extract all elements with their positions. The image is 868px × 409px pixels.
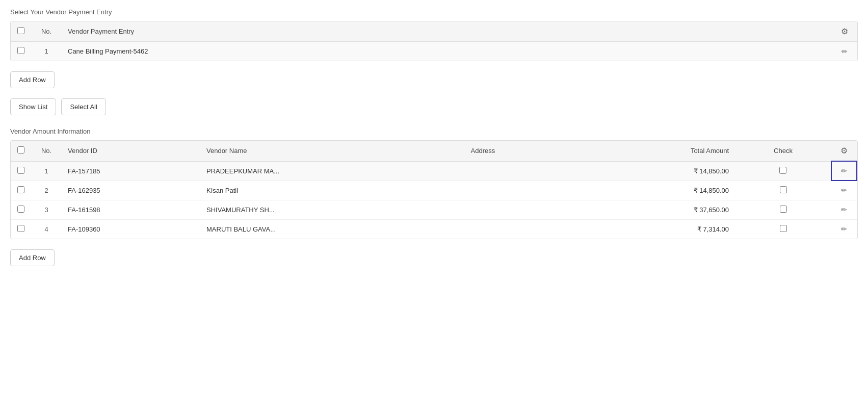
va-row-vendor-id: FA-162935: [62, 181, 200, 200]
show-list-button[interactable]: Show List: [10, 98, 56, 115]
va-row-check-cell: [735, 181, 831, 200]
va-row-vendor-name: MARUTI BALU GAVA...: [200, 219, 465, 239]
va-table-row: 1 FA-157185 PRADEEPKUMAR MA... ₹ 14,850.…: [11, 161, 857, 181]
va-row-vendor-id: FA-109360: [62, 219, 200, 239]
va-row-no: 1: [31, 161, 62, 181]
va-table-row: 2 FA-162935 KIsan Patil ₹ 14,850.00 ✏: [11, 181, 857, 200]
va-row-checkbox[interactable]: [17, 225, 24, 232]
va-row-check-cell: [735, 219, 831, 239]
top-col-checkbox: [11, 21, 31, 42]
top-col-gear: ⚙: [832, 21, 857, 42]
top-row-checkbox[interactable]: [17, 47, 24, 54]
va-row-check-cell: [735, 161, 831, 181]
top-col-entry: Vendor Payment Entry: [62, 21, 832, 42]
va-col-vendor-name: Vendor Name: [200, 141, 465, 161]
top-row-entry: Cane Billing Payment-5462: [62, 42, 832, 61]
va-row-checkbox[interactable]: [17, 186, 24, 193]
va-row-checkbox[interactable]: [17, 167, 24, 174]
va-row-checkbox-cell: [11, 161, 31, 181]
bottom-add-row-button[interactable]: Add Row: [10, 249, 55, 266]
vendor-amount-table: No. Vendor ID Vendor Name Address Total …: [11, 141, 857, 239]
va-row-check[interactable]: [780, 225, 787, 232]
va-row-no: 3: [31, 200, 62, 219]
va-gear-icon[interactable]: ⚙: [840, 146, 848, 155]
va-row-vendor-name: KIsan Patil: [200, 181, 465, 200]
va-row-checkbox-cell: [11, 200, 31, 219]
va-table-row: 3 FA-161598 SHIVAMURATHY SH... ₹ 37,650.…: [11, 200, 857, 219]
top-add-row-button[interactable]: Add Row: [10, 71, 55, 88]
va-row-checkbox-cell: [11, 181, 31, 200]
va-row-vendor-name: SHIVAMURATHY SH...: [200, 200, 465, 219]
top-gear-icon[interactable]: ⚙: [841, 27, 848, 36]
va-row-edit-icon[interactable]: ✏: [841, 186, 847, 194]
va-row-check[interactable]: [780, 186, 787, 193]
va-row-edit-cell: ✏: [831, 161, 857, 181]
bottom-section-title: Vendor Amount Information: [10, 127, 858, 135]
action-buttons: Show List Select All: [10, 98, 858, 115]
vendor-payment-table: No. Vendor Payment Entry ⚙ 1 Cane Billin…: [11, 21, 857, 61]
va-row-address: [465, 181, 578, 200]
va-row-edit-cell: ✏: [831, 200, 857, 219]
va-col-total-amount: Total Amount: [578, 141, 735, 161]
va-row-no: 2: [31, 181, 62, 200]
top-row-edit-icon[interactable]: ✏: [841, 47, 848, 56]
va-col-gear: ⚙: [831, 141, 857, 161]
va-row-total-amount: ₹ 37,650.00: [578, 200, 735, 219]
va-row-edit-icon[interactable]: ✏: [841, 167, 847, 175]
va-row-address: [465, 200, 578, 219]
top-table-row: 1 Cane Billing Payment-5462 ✏: [11, 42, 857, 61]
va-row-edit-cell: ✏: [831, 181, 857, 200]
va-row-total-amount: ₹ 7,314.00: [578, 219, 735, 239]
va-table-row: 4 FA-109360 MARUTI BALU GAVA... ₹ 7,314.…: [11, 219, 857, 239]
va-row-total-amount: ₹ 14,850.00: [578, 161, 735, 181]
top-header-checkbox[interactable]: [17, 27, 24, 34]
va-row-vendor-id: FA-157185: [62, 161, 200, 181]
va-col-checkbox: [11, 141, 31, 161]
top-row-no: 1: [31, 42, 62, 61]
va-row-check-cell: [735, 200, 831, 219]
va-row-vendor-name: PRADEEPKUMAR MA...: [200, 161, 465, 181]
va-row-edit-icon[interactable]: ✏: [841, 206, 847, 214]
top-section-title: Select Your Vendor Payment Entry: [10, 8, 858, 16]
va-row-total-amount: ₹ 14,850.00: [578, 181, 735, 200]
va-row-no: 4: [31, 219, 62, 239]
vendor-amount-table-wrapper: No. Vendor ID Vendor Name Address Total …: [10, 140, 858, 239]
va-col-check: Check: [735, 141, 831, 161]
select-all-button[interactable]: Select All: [61, 98, 106, 115]
va-row-check[interactable]: [780, 206, 787, 213]
va-col-address: Address: [465, 141, 578, 161]
va-row-edit-icon[interactable]: ✏: [841, 225, 847, 233]
va-header-checkbox[interactable]: [17, 146, 24, 154]
top-row-checkbox-cell: [11, 42, 31, 61]
va-row-address: [465, 161, 578, 181]
top-table-wrapper: No. Vendor Payment Entry ⚙ 1 Cane Billin…: [10, 21, 858, 61]
va-row-checkbox-cell: [11, 219, 31, 239]
top-col-no: No.: [31, 21, 62, 42]
va-col-no: No.: [31, 141, 62, 161]
top-row-edit-cell: ✏: [832, 42, 857, 61]
va-row-edit-cell: ✏: [831, 219, 857, 239]
va-row-checkbox[interactable]: [17, 206, 24, 213]
va-row-vendor-id: FA-161598: [62, 200, 200, 219]
va-row-check[interactable]: [779, 167, 786, 174]
va-row-address: [465, 219, 578, 239]
va-col-vendor-id: Vendor ID: [62, 141, 200, 161]
